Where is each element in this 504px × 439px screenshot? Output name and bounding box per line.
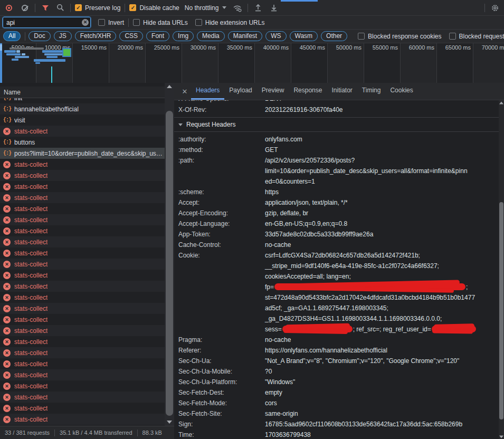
filter-pill-js[interactable]: JS [54,31,72,41]
request-row[interactable]: ✕stats-collect [0,159,165,170]
xhr-icon: {:} [3,117,11,124]
tab-preview[interactable]: Preview [257,87,289,100]
record-button[interactable] [3,2,15,14]
request-row[interactable]: ✕stats-collect [0,247,165,259]
search-button[interactable] [54,2,66,14]
request-row[interactable]: ✕stats-collect [0,403,165,414]
request-row[interactable]: ✕stats-collect [0,325,165,336]
scrollbar-thumb[interactable] [499,202,503,419]
filter-pill-css[interactable]: CSS [119,31,143,41]
tab-payload[interactable]: Payload [224,87,256,100]
request-row[interactable]: ✕stats-collect [0,336,165,347]
request-row[interactable]: {:}posts?limit=10&order=publish_date_des… [0,148,165,159]
throttling-dropdown[interactable]: No throttling [185,4,227,12]
request-row[interactable]: ✕stats-collect [0,347,165,358]
preserve-log-checkbox[interactable]: ✓ Preserve log [75,4,120,12]
resources-size: 88.3 kB [138,430,167,436]
request-row[interactable]: ✕stats-collect [0,192,165,203]
timeline-tick-label: 70000 ms [482,44,504,51]
scroll-down-button[interactable] [499,436,503,438]
clear-button[interactable] [19,2,31,14]
scrollbar-thumb[interactable] [166,111,173,416]
request-row[interactable]: ✕stats-collect [0,281,165,292]
filter-pill-manifest[interactable]: Manifest [228,31,262,41]
filter-pill-fetch-xhr[interactable]: Fetch/XHR [75,31,117,41]
request-headers-section[interactable]: Request Headers [174,117,499,132]
filter-pill-doc[interactable]: Doc [28,31,50,41]
request-row[interactable]: ✕stats-collect [0,369,165,380]
hide-data-urls-checkbox[interactable]: Hide data URLs [133,19,188,26]
blocked-requests-checkbox[interactable]: Blocked requests [449,33,504,40]
request-row[interactable]: ✕stats-collect [0,314,165,325]
request-row[interactable]: ✕stats-collect [0,126,165,137]
request-name: stats-collect [14,205,47,213]
filter-pill-img[interactable]: Img [173,31,194,41]
scroll-up-button[interactable] [167,85,172,88]
filter-pill-ws[interactable]: WS [265,31,286,41]
network-conditions-button[interactable] [232,2,243,14]
separator [70,4,71,12]
filter-pill-wasm[interactable]: Wasm [290,31,318,41]
request-name: stats-collect [14,360,47,368]
tab-cookies[interactable]: Cookies [385,87,417,100]
export-har-button[interactable] [268,2,280,14]
overview-drag-handle[interactable] [0,43,2,83]
request-row[interactable]: ✕stats-collect [0,303,165,314]
request-row[interactable]: {:}buttons [0,137,165,148]
scroll-down-button[interactable] [167,421,172,424]
request-row[interactable]: ✕stats-collect [0,170,165,181]
tab-timing[interactable]: Timing [357,87,386,100]
request-row[interactable]: {:}init [0,98,165,103]
invert-checkbox[interactable]: Invert [98,19,124,26]
filter-pill-media[interactable]: Media [197,31,225,41]
request-row[interactable]: ✕stats-collect [0,203,165,214]
request-row[interactable]: ✕stats-collect [0,358,165,369]
settings-button[interactable] [489,2,501,14]
header-name: X-Frame-Options: [178,100,265,104]
tab-response[interactable]: Response [289,87,327,100]
request-row[interactable]: ✕stats-collect [0,225,165,236]
filter-button[interactable] [40,2,51,14]
tab-headers[interactable]: Headers [191,87,224,100]
overview-timeline[interactable]: 5000 ms10000 ms15000 ms20000 ms25000 ms3… [0,43,504,83]
import-har-button[interactable] [252,2,264,14]
request-row[interactable]: ✕stats-collect [0,181,165,192]
close-icon[interactable]: ✕ [178,88,191,100]
header-row: X-Frame-Options: DENY [174,100,499,104]
filter-pill-font[interactable]: Font [146,31,169,41]
details-scrollbar[interactable] [499,100,504,439]
invert-label: Invert [108,19,124,26]
xhr-icon: {:} [3,150,11,157]
request-row[interactable]: ✕stats-collect [0,380,165,392]
name-column-header[interactable]: Name [0,87,165,98]
request-list-scrollbar[interactable] [165,83,174,426]
network-filter-toolbar: ✕ Invert Hide data URLs Hide extension U… [0,16,504,30]
separator [25,32,25,41]
filter-pill-other[interactable]: Other [321,31,347,41]
request-row[interactable]: {:}hannahelizabethofficial [0,103,165,114]
request-row[interactable]: ✕stats-collect [0,270,165,281]
blocked-response-cookies-checkbox[interactable]: Blocked response cookies [358,33,441,40]
request-name: stats-collect [14,194,47,202]
request-row[interactable]: ✕stats-collect [0,214,165,225]
scroll-up-button[interactable] [499,102,503,104]
separator [248,4,248,12]
request-row[interactable]: {:}visit [0,114,165,126]
waterfall-bar [42,50,62,53]
clear-filter-icon[interactable]: ✕ [82,19,89,26]
tab-initiator[interactable]: Initiator [327,87,357,100]
request-row[interactable]: ✕stats-collect [0,392,165,403]
request-row[interactable]: ✕stats-collect [0,259,165,270]
filter-search-input[interactable] [3,17,91,28]
filter-pill-all[interactable]: All [3,31,21,41]
request-row[interactable]: ✕stats-collect [0,236,165,247]
error-icon: ✕ [3,327,11,335]
request-row[interactable]: ✕stats-collect [0,414,165,425]
request-row[interactable]: ✕stats-collect [0,292,165,303]
search-icon [56,4,64,12]
triangle-up-icon [499,102,503,104]
error-icon: ✕ [3,128,11,135]
header-row: Time:1703636799438 [174,430,499,439]
disable-cache-checkbox[interactable]: ✓ Disable cache [129,4,179,12]
hide-extension-urls-checkbox[interactable]: Hide extension URLs [195,19,265,26]
